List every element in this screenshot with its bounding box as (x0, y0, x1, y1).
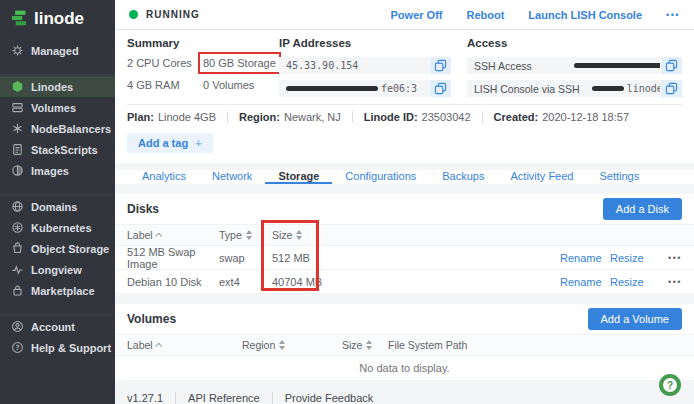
nav-group-managed: Managed (0, 40, 115, 61)
copy-icon (434, 59, 447, 72)
volumes-col-region[interactable]: Region (242, 339, 342, 351)
domains-icon (11, 200, 24, 213)
ip-addresses-title: IP Addresses (279, 37, 467, 49)
question-mark-icon: ? (663, 378, 677, 392)
sort-ascending-icon (155, 342, 162, 349)
copy-ssh-button[interactable] (661, 57, 682, 74)
copy-icon (434, 82, 447, 95)
sort-icon (296, 230, 302, 240)
disk-type: ext4 (219, 276, 272, 288)
disks-title: Disks (127, 202, 159, 216)
provide-feedback-link[interactable]: Provide Feedback (272, 392, 386, 404)
sidebar-item-stackscripts[interactable]: StackScripts (0, 139, 115, 160)
redaction-scribble (592, 86, 624, 91)
sidebar-item-label: Kubernetes (31, 222, 92, 234)
app-window: linode Managed Linodes (0, 0, 694, 404)
disks-col-type[interactable]: Type (219, 229, 272, 241)
sidebar-item-linodes[interactable]: Linodes (0, 76, 115, 97)
more-actions-icon[interactable]: ••• (666, 10, 680, 20)
disk-row-swap: 512 MB Swap Image swap 512 MB Rename Res… (115, 246, 694, 270)
tab-network[interactable]: Network (199, 170, 265, 184)
add-tag-button[interactable]: Add a tag + (127, 133, 213, 153)
resize-disk-button[interactable]: Resize (610, 252, 656, 264)
ipv6-row: fe06:3 (279, 80, 451, 97)
rename-disk-button[interactable]: Rename (560, 252, 610, 264)
main-content: RUNNING Power Off Reboot Launch LISH Con… (115, 0, 694, 404)
sidebar-item-label: Longview (31, 264, 82, 276)
add-tag-label: Add a tag (138, 137, 188, 149)
sidebar-item-account[interactable]: Account (0, 316, 115, 337)
object-storage-icon (11, 242, 24, 255)
access-title: Access (467, 37, 682, 49)
linode-meta-row: Plan:Linode 4GB Region:Newark, NJ Linode… (127, 104, 682, 129)
tab-settings[interactable]: Settings (586, 170, 652, 184)
add-disk-button[interactable]: Add a Disk (603, 198, 682, 220)
resize-disk-button[interactable]: Resize (610, 276, 656, 288)
disk-row-more-icon[interactable]: ••• (656, 253, 682, 263)
sidebar-item-volumes[interactable]: Volumes (0, 97, 115, 118)
sidebar-item-label: Linodes (31, 81, 73, 93)
ipv6-address: fe06:3 (279, 80, 429, 97)
tab-storage[interactable]: Storage (265, 170, 332, 184)
page-footer: v1.27.1 API Reference Provide Feedback (115, 380, 694, 404)
help-floating-button[interactable]: ? (659, 374, 681, 396)
volumes-col-label[interactable]: Label (127, 339, 242, 351)
summary-volumes: 0 Volumes (203, 79, 279, 91)
detail-tabs: Analytics Network Storage Configurations… (115, 170, 694, 184)
reboot-button[interactable]: Reboot (466, 9, 504, 21)
linode-logo[interactable]: linode (0, 0, 115, 38)
tab-activity-feed[interactable]: Activity Feed (497, 170, 586, 184)
plan-value: Linode 4GB (158, 111, 216, 123)
rename-disk-button[interactable]: Rename (560, 276, 610, 288)
power-off-button[interactable]: Power Off (391, 9, 443, 21)
sidebar-item-longview[interactable]: Longview (0, 259, 115, 280)
copy-lish-button[interactable] (661, 80, 682, 97)
longview-icon (11, 263, 24, 276)
region-value: Newark, NJ (284, 111, 341, 123)
sidebar-item-label: Marketplace (31, 285, 95, 297)
sidebar-item-object-storage[interactable]: Object Storage (0, 238, 115, 259)
images-icon (11, 164, 24, 177)
tab-analytics[interactable]: Analytics (129, 170, 199, 184)
tags-row: Add a tag + (127, 129, 682, 163)
sidebar-item-marketplace[interactable]: Marketplace (0, 280, 115, 301)
copy-icon (665, 82, 678, 95)
disk-row-more-icon[interactable]: ••• (656, 277, 682, 287)
volumes-table-header: Label Region Size File System Path (115, 334, 694, 356)
volumes-col-size[interactable]: Size (342, 339, 388, 351)
sidebar-item-domains[interactable]: Domains (0, 196, 115, 217)
sidebar-item-managed[interactable]: Managed (0, 40, 115, 61)
disks-col-label[interactable]: Label (127, 229, 219, 241)
tab-configurations[interactable]: Configurations (332, 170, 429, 184)
tab-backups[interactable]: Backups (429, 170, 497, 184)
copy-ipv4-button[interactable] (430, 57, 451, 74)
sidebar-item-help-support[interactable]: ? Help & Support (0, 337, 115, 358)
sidebar-item-kubernetes[interactable]: Kubernetes (0, 217, 115, 238)
volumes-icon (11, 101, 24, 114)
copy-ipv6-button[interactable] (430, 80, 451, 97)
linode-id-value: 23503042 (422, 111, 471, 123)
launch-lish-console-button[interactable]: Launch LISH Console (528, 9, 642, 21)
disks-col-size[interactable]: Size (272, 229, 400, 241)
sidebar-item-label: StackScripts (31, 144, 98, 156)
linode-status-bar: RUNNING Power Off Reboot Launch LISH Con… (115, 0, 694, 30)
sidebar-item-nodebalancers[interactable]: NodeBalancers (0, 118, 115, 139)
sidebar-item-label: Help & Support (31, 342, 111, 354)
volumes-title: Volumes (127, 312, 176, 326)
disks-card: Disks Add a Disk Label Type Size 512 MB … (115, 194, 694, 294)
nav-group-services: Domains Kubernetes Object Storage (0, 194, 115, 301)
sort-ascending-icon (155, 232, 162, 239)
help-icon: ? (11, 341, 24, 354)
sidebar-item-label: NodeBalancers (31, 123, 111, 135)
disk-type: swap (219, 252, 272, 264)
lish-access-label: LISH Console via SSH (467, 80, 587, 97)
sidebar-item-images[interactable]: Images (0, 160, 115, 181)
ipv4-address: 45.33.90.154 (279, 57, 429, 74)
api-reference-link[interactable]: API Reference (175, 392, 272, 404)
created-value: 2020-12-18 18:57 (542, 111, 629, 123)
account-icon (11, 320, 24, 333)
app-version: v1.27.1 (127, 392, 175, 404)
add-volume-button[interactable]: Add a Volume (588, 308, 683, 330)
created-meta: Created:2020-12-18 18:57 (482, 111, 640, 123)
disk-size: 512 MB (272, 252, 400, 264)
